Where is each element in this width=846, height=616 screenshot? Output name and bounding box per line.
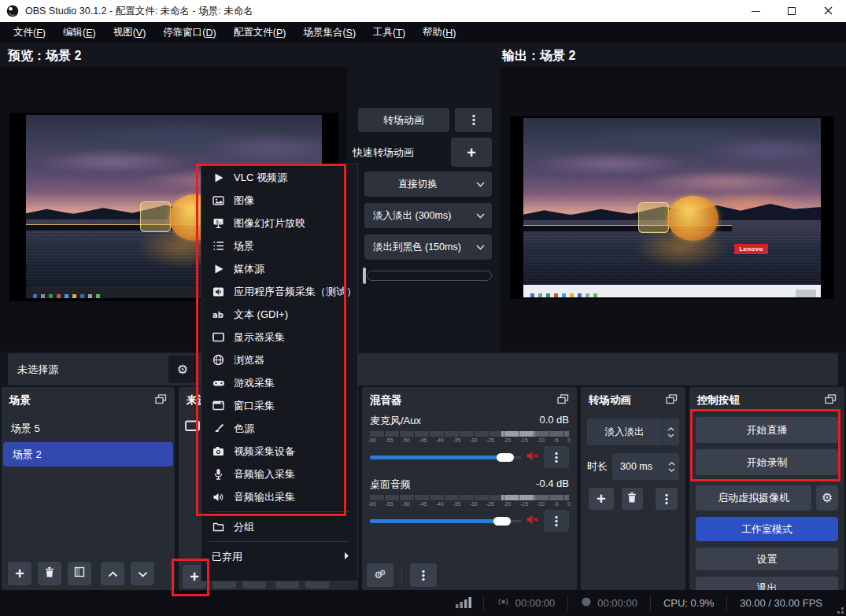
- popout-icon[interactable]: [825, 394, 837, 407]
- start-recording-button[interactable]: 开始录制: [696, 449, 838, 475]
- context-menu-item[interactable]: 图像幻灯片放映: [201, 212, 357, 234]
- menubar-item[interactable]: 停靠窗口(D): [154, 22, 224, 43]
- cloud: [696, 136, 821, 164]
- meter-tick: 0: [567, 501, 571, 507]
- context-menu-item-group[interactable]: 分组: [201, 515, 357, 538]
- meter-scale: -60-55-50-45-40-35-30-25-20-15-10-50: [368, 437, 571, 443]
- scene-filters-button[interactable]: [68, 562, 91, 585]
- game-icon: [212, 377, 225, 389]
- remove-scene-button[interactable]: [38, 562, 61, 585]
- settings-button[interactable]: 设置: [696, 548, 838, 570]
- channel-menu-button[interactable]: [544, 446, 569, 468]
- context-menu-item[interactable]: 场景: [201, 234, 357, 257]
- mute-icon[interactable]: [526, 514, 539, 529]
- no-source-label: 未选择源: [17, 363, 58, 377]
- trash-icon: [626, 492, 637, 507]
- popout-icon[interactable]: [557, 394, 569, 407]
- duration-spinbox[interactable]: 300 ms: [612, 453, 679, 480]
- context-menu-item[interactable]: 显示器采集: [201, 326, 357, 349]
- context-menu-item[interactable]: 色源: [201, 417, 357, 440]
- transition-menu-button[interactable]: [656, 488, 678, 510]
- menu-bar: 文件(F)编辑(E)视图(V)停靠窗口(D)配置文件(P)场景集合(S)工具(T…: [0, 22, 846, 43]
- remove-transition-button[interactable]: [622, 488, 644, 510]
- meter-tick: -5: [553, 437, 558, 443]
- display-capture-source-icon[interactable]: [185, 420, 200, 435]
- scene-list-item[interactable]: 场景 5: [2, 417, 175, 441]
- menubar-item[interactable]: 场景集合(S): [294, 22, 364, 43]
- move-scene-down-button[interactable]: [131, 562, 154, 585]
- context-menu-item[interactable]: 图像: [201, 189, 357, 212]
- volume-slider-handle[interactable]: [493, 517, 511, 526]
- audio-filters-button[interactable]: ⚙⚙: [367, 563, 393, 587]
- volume-meter: [370, 495, 569, 500]
- quick-transition-direct[interactable]: 直接切换: [364, 172, 492, 197]
- close-button[interactable]: [810, 0, 846, 22]
- transitions-menu-button[interactable]: [455, 108, 492, 132]
- gear-icon: ⚙: [822, 492, 833, 504]
- minimize-button[interactable]: [737, 0, 774, 22]
- start-virtual-camera-button[interactable]: 启动虚拟摄像机: [696, 485, 811, 511]
- channel-db: 0.0 dB: [539, 414, 569, 428]
- quick-transitions-label: 快速转场动画: [353, 146, 414, 160]
- popout-icon[interactable]: [155, 394, 167, 407]
- transition-dock: 转场动画 淡入淡出 时长 300 ms +: [581, 387, 685, 590]
- menubar-item[interactable]: 编辑(E): [54, 22, 105, 43]
- mixer-menu-button[interactable]: [410, 563, 437, 587]
- maximize-button[interactable]: [774, 0, 810, 22]
- meter-tick: -30: [469, 437, 477, 443]
- volume-slider-handle[interactable]: [497, 453, 514, 462]
- transition-select[interactable]: 淡入淡出: [587, 419, 679, 445]
- scenes-panel-header: 场景: [2, 387, 175, 414]
- add-scene-button[interactable]: +: [8, 562, 31, 585]
- mute-icon[interactable]: [526, 450, 539, 465]
- scene-list-item-selected[interactable]: 场景 2: [3, 442, 173, 467]
- menubar-item[interactable]: 帮助(H): [414, 22, 464, 43]
- kebab-menu-icon: [551, 515, 562, 527]
- add-transition-button[interactable]: +: [589, 488, 614, 510]
- cpu-usage: CPU: 0.9%: [651, 597, 726, 609]
- source-properties-button[interactable]: ⚙: [168, 356, 197, 383]
- virtual-camera-settings-button[interactable]: ⚙: [816, 485, 838, 511]
- fps-indicator: 30.00 / 30.00 FPS: [727, 597, 846, 609]
- context-menu-item[interactable]: 游戏采集: [201, 371, 357, 394]
- context-menu-item[interactable]: VLC 视频源: [201, 166, 357, 189]
- context-menu-item[interactable]: 窗口采集: [201, 394, 357, 417]
- transition-bar-handle[interactable]: [363, 267, 366, 284]
- meter-tick: -35: [453, 501, 460, 507]
- context-menu-item[interactable]: 媒体源: [201, 257, 357, 280]
- trash-icon: [44, 566, 55, 581]
- context-menu-item[interactable]: 应用程序音频采集（测试）: [201, 280, 357, 303]
- taskbar-icons: [530, 293, 534, 297]
- mic-icon: [212, 468, 225, 480]
- studio-mode-button[interactable]: 工作室模式: [696, 517, 838, 541]
- channel-menu-button[interactable]: [544, 510, 569, 532]
- context-menu-item[interactable]: ab 文本 (GDI+): [201, 303, 357, 326]
- move-scene-up-button[interactable]: [101, 562, 124, 585]
- meter-tick: -50: [402, 501, 410, 507]
- meter-tick: -25: [486, 437, 494, 443]
- meter-tick: -15: [520, 437, 528, 443]
- cloud: [198, 133, 322, 162]
- start-streaming-button[interactable]: 开始直播: [696, 417, 838, 443]
- quick-transition-fade-black[interactable]: 淡出到黑色 (150ms): [364, 234, 492, 260]
- transitions-button[interactable]: 转场动画: [358, 108, 449, 132]
- transition-bar-slider[interactable]: [367, 271, 492, 281]
- menubar-item[interactable]: 配置文件(P): [225, 22, 295, 43]
- record-icon: [581, 596, 592, 610]
- context-menu-item-deprecated[interactable]: 已弃用: [201, 545, 357, 568]
- menubar-item[interactable]: 文件(F): [5, 22, 54, 43]
- context-menu-item[interactable]: 音频输出采集: [201, 485, 357, 508]
- menubar-item[interactable]: 视图(V): [105, 22, 155, 43]
- resize-grip[interactable]: [841, 611, 844, 614]
- volume-slider[interactable]: [370, 452, 521, 462]
- close-icon: [824, 4, 833, 18]
- context-menu-item[interactable]: 浏览器: [201, 349, 357, 371]
- context-menu-item[interactable]: 视频采集设备: [201, 440, 357, 463]
- kebab-menu-icon: [418, 570, 429, 581]
- volume-slider[interactable]: [370, 516, 521, 526]
- menubar-item[interactable]: 工具(T): [364, 22, 414, 43]
- quick-transition-fade[interactable]: 淡入淡出 (300ms): [364, 203, 492, 228]
- context-menu-item[interactable]: 音频输入采集: [201, 463, 357, 485]
- popout-icon[interactable]: [666, 394, 678, 407]
- add-quick-transition-button[interactable]: +: [451, 138, 492, 167]
